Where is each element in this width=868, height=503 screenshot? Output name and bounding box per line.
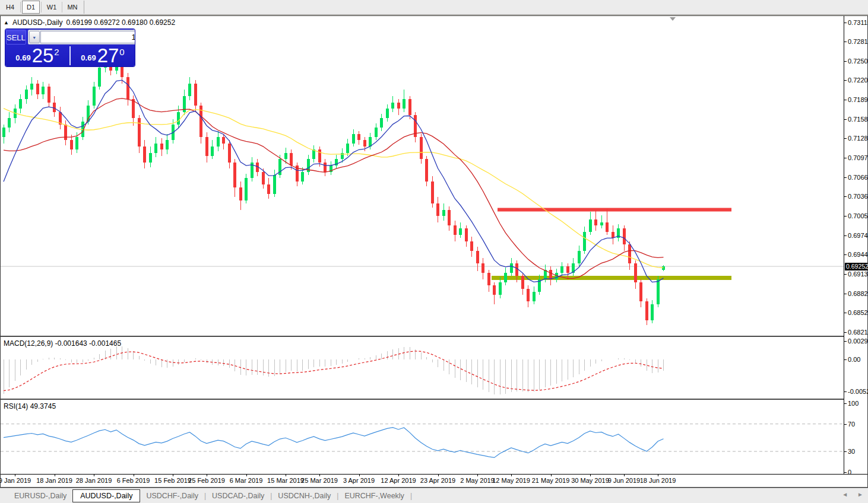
- price-axis[interactable]: 0.69252 0.731150.728100.725050.722000.71…: [844, 16, 867, 474]
- volume-decrease-icon[interactable]: ▼: [29, 31, 40, 43]
- volume-spinner: ▼ ▲: [28, 30, 135, 44]
- date-axis-label: 15 Mar 2019: [267, 477, 304, 484]
- timeframe-button-d1[interactable]: D1: [22, 1, 40, 14]
- price-axis-label: 0.71280: [848, 135, 868, 142]
- chart-tab-usdcad[interactable]: USDCAD-,Daily: [206, 490, 270, 502]
- price-axis-label: 0.69745: [848, 232, 868, 239]
- rsi-axis-label: 70: [848, 421, 855, 428]
- time-axis[interactable]: 9 Jan 201918 Jan 201928 Jan 20196 Feb 20…: [1, 475, 844, 487]
- price-axis-label: 0.69440: [848, 251, 868, 258]
- chart-tab-usdcnh[interactable]: USDCNH-,Daily: [272, 490, 337, 502]
- date-tick: [173, 475, 173, 476]
- sell-button[interactable]: SELL: [6, 30, 26, 44]
- buy-price[interactable]: 0.69 27 0: [71, 45, 135, 66]
- axis-tick: [844, 42, 847, 42]
- axis-tick: [844, 294, 847, 294]
- ohlc-values: 0.69199 0.69272 0.69180 0.69252: [66, 18, 176, 27]
- rsi-indicator-pane[interactable]: RSI(14) 49.3745: [1, 400, 844, 474]
- tab-scroll-right-icon[interactable]: ►: [857, 491, 863, 498]
- price-axis-label: 0.73115: [848, 19, 868, 26]
- axis-tick: [844, 451, 847, 452]
- chart-title: ▲ AUDUSD-,Daily 0.69199 0.69272 0.69180 …: [4, 18, 175, 27]
- rsi-line: [4, 428, 664, 458]
- price-axis-label: 0.68825: [848, 290, 868, 297]
- sell-price[interactable]: 0.69 25 2: [5, 45, 69, 66]
- date-axis-label: 2 May 2019: [460, 477, 494, 484]
- axis-tick: [844, 235, 847, 236]
- rsi-chart[interactable]: [1, 400, 844, 474]
- ma-mid-line: [4, 98, 664, 278]
- collapse-arrow-icon[interactable]: ▲: [4, 20, 9, 26]
- tab-separator: |: [410, 492, 412, 500]
- price-chart-pane[interactable]: ▲ AUDUSD-,Daily 0.69199 0.69272 0.69180 …: [1, 16, 844, 336]
- macd-axis-label: -0.005256: [848, 388, 868, 395]
- axis-tick: [844, 472, 847, 473]
- price-axis-label: 0.71585: [848, 116, 868, 123]
- date-tick: [438, 475, 439, 476]
- price-axis-label: 0.72810: [848, 38, 868, 45]
- chart-tab-eurchf[interactable]: EURCHF-,Weekly: [338, 490, 410, 502]
- chart-window: ▲ AUDUSD-,Daily 0.69199 0.69272 0.69180 …: [0, 15, 868, 488]
- price-axis-label: 0.72505: [848, 58, 868, 65]
- chart-tab-eurusd[interactable]: EURUSD-,Daily: [8, 490, 72, 502]
- price-axis-label: 0.71890: [848, 96, 868, 103]
- date-axis-label: 21 May 2019: [532, 477, 570, 484]
- timeframe-button-w1[interactable]: W1: [43, 1, 61, 14]
- date-axis-label: 18 Jan 2019: [36, 477, 72, 484]
- date-tick: [134, 475, 134, 476]
- rsi-axis-label: 30: [848, 448, 855, 455]
- chart-tab-audusd[interactable]: AUDUSD-,Daily: [72, 489, 140, 502]
- buy-price-pip: 0: [119, 47, 124, 57]
- macd-label: MACD(12,26,9) -0.001643 -0.001465: [4, 339, 121, 348]
- axis-tick: [844, 119, 847, 120]
- sell-price-pip: 2: [54, 47, 59, 57]
- axis-tick: [844, 80, 847, 81]
- axis-tick: [844, 391, 847, 392]
- date-axis-label: 12 Apr 2019: [381, 477, 416, 484]
- date-tick: [477, 475, 478, 476]
- chart-tab-usdchf[interactable]: USDCHF-,Daily: [140, 490, 204, 502]
- timeframe-button-h4[interactable]: H4: [1, 1, 19, 14]
- timeframe-button-mn[interactable]: MN: [64, 1, 81, 14]
- date-tick: [551, 475, 552, 476]
- date-tick: [286, 475, 286, 476]
- axis-tick: [844, 158, 847, 158]
- date-axis-label: 6 Feb 2019: [117, 477, 150, 484]
- date-axis-label: 23 Apr 2019: [420, 477, 455, 484]
- price-axis-label: 0.68210: [848, 329, 868, 336]
- date-tick: [398, 475, 399, 476]
- volume-input[interactable]: [40, 31, 135, 43]
- chart-shift-marker-icon[interactable]: [670, 17, 676, 21]
- rsi-label: RSI(14) 49.3745: [4, 402, 56, 410]
- chart-tab-bar: EURUSD-,DailyAUDUSD-,DailyUSDCHF-,Daily|…: [0, 488, 868, 503]
- date-axis-label: 9 Jan 2019: [0, 477, 31, 484]
- axis-tick: [844, 403, 847, 404]
- date-tick: [94, 475, 94, 476]
- macd-chart[interactable]: [1, 337, 844, 399]
- buy-price-prefix: 0.69: [81, 53, 96, 62]
- axis-tick: [844, 359, 847, 360]
- date-axis-label: 28 Jan 2019: [76, 477, 112, 484]
- date-tick: [55, 475, 55, 476]
- date-tick: [624, 475, 625, 476]
- macd-indicator-pane[interactable]: MACD(12,26,9) -0.001643 -0.001465: [1, 337, 844, 399]
- tab-scroll-arrows: ◄ ►: [842, 491, 863, 498]
- date-tick: [359, 475, 360, 476]
- tab-scroll-left-icon[interactable]: ◄: [842, 491, 848, 498]
- date-tick: [590, 475, 591, 476]
- date-axis-label: 6 Mar 2019: [230, 477, 263, 484]
- toolbar-separator: [41, 2, 42, 12]
- date-tick: [246, 475, 247, 476]
- macd-signal-line: [4, 351, 664, 391]
- ma-fast-line: [4, 80, 664, 282]
- axis-tick: [844, 313, 847, 313]
- date-tick: [15, 475, 15, 476]
- mt4-terminal: { "toolbar":{"timeframes":[{"label":"H4"…: [0, 0, 868, 503]
- axis-tick: [844, 177, 847, 178]
- axis-tick: [844, 61, 847, 62]
- axis-tick: [844, 424, 847, 425]
- toolbar-group-separator: [84, 1, 84, 14]
- date-axis-label: 12 May 2019: [492, 477, 530, 484]
- date-tick: [511, 475, 512, 476]
- axis-tick: [844, 274, 847, 275]
